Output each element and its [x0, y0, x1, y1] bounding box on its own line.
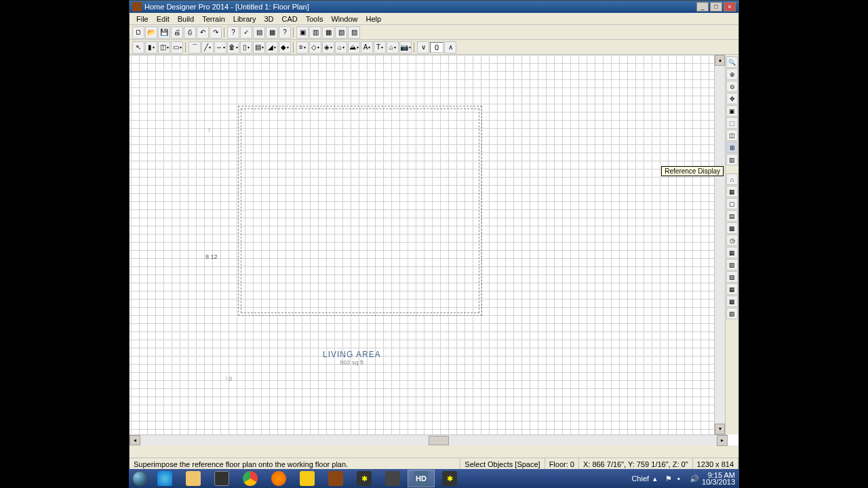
story-button[interactable]: ▦	[726, 186, 738, 197]
crop-button[interactable]: ◫	[726, 129, 738, 141]
save-button[interactable]: 💾	[158, 26, 170, 39]
hscroll-thumb[interactable]	[429, 436, 449, 445]
print-preview-button[interactable]: ⎙	[184, 26, 196, 39]
trash-tool[interactable]: 🗑	[227, 41, 239, 54]
start-button[interactable]	[129, 469, 151, 488]
select-region-button[interactable]: ⬚	[726, 117, 738, 129]
close-button[interactable]: ×	[724, 2, 736, 12]
taskbar-app5[interactable]: ✱	[436, 470, 463, 487]
plan-check-button[interactable]: ✓	[240, 26, 252, 39]
layer-button[interactable]: ▥	[726, 154, 738, 165]
tray-network-icon[interactable]: ▪	[677, 474, 686, 483]
material-tool[interactable]: ◈	[322, 41, 334, 54]
view4-button[interactable]: ▧	[335, 26, 347, 39]
pan-tool[interactable]: ✥	[726, 93, 738, 104]
reference-display-button[interactable]: ⊞	[726, 142, 738, 153]
floor-number[interactable]: 0	[430, 42, 443, 53]
room-outline[interactable]: 8 12 ↕ ↓ 0	[231, 99, 489, 323]
door-tool[interactable]: ▯	[240, 41, 252, 54]
scroll-right-button[interactable]: ▸	[717, 435, 728, 446]
house-tool[interactable]: ⌂	[335, 41, 347, 54]
tray-up-icon[interactable]: ▴	[653, 474, 661, 483]
line-tool[interactable]: ╱	[201, 41, 214, 54]
help-button[interactable]: ?	[279, 26, 291, 39]
scroll-down-button[interactable]: ▾	[715, 424, 725, 434]
tray-flag-icon[interactable]: ⚑	[665, 474, 673, 483]
zoom-tool[interactable]: 🔍	[726, 56, 738, 68]
taskbar-homedesigner[interactable]: HD	[408, 470, 435, 487]
arc-tool[interactable]: ⌒	[189, 41, 201, 54]
layer-tool[interactable]: ≡	[296, 41, 309, 54]
camera-tool[interactable]: 📷	[399, 41, 412, 54]
terrain-tool[interactable]: ⛰	[348, 41, 360, 54]
list-button[interactable]: ▤	[253, 26, 265, 39]
hatch4-button[interactable]: ▨	[726, 308, 738, 319]
menu-terrain[interactable]: Terrain	[198, 14, 229, 24]
view1-button[interactable]: ▣	[296, 26, 309, 39]
menu-build[interactable]: Build	[174, 14, 198, 24]
dim-tool[interactable]: ↔	[214, 41, 226, 54]
taskbar-media[interactable]	[208, 470, 235, 487]
zoom-out-button[interactable]: ⊖	[726, 81, 738, 92]
scroll-up-button[interactable]: ▴	[715, 55, 725, 66]
zoom-in-button[interactable]: ⊕	[726, 68, 738, 80]
scroll-left-button[interactable]: ◂	[130, 435, 140, 445]
undo-button[interactable]: ↶	[197, 26, 209, 39]
up-floor-button[interactable]: ∧	[444, 41, 456, 54]
taskbar-explorer[interactable]	[180, 470, 207, 487]
redo-button[interactable]: ↷	[210, 26, 222, 39]
print-button[interactable]: 🖨	[171, 26, 183, 39]
roof2-tool[interactable]: ⌂	[387, 41, 399, 54]
new-button[interactable]: 🗋	[132, 26, 144, 39]
taskbar-firefox[interactable]	[265, 470, 292, 487]
maximize-button[interactable]: □	[710, 2, 722, 12]
tray-volume-icon[interactable]: 🔊	[690, 474, 698, 483]
menu-help[interactable]: Help	[362, 14, 386, 24]
menu-cad[interactable]: CAD	[277, 14, 301, 24]
menu-library[interactable]: Library	[229, 14, 260, 24]
hatch3-button[interactable]: ▩	[726, 296, 738, 307]
view5-button[interactable]: ▨	[348, 26, 360, 39]
plane-tool[interactable]: ◇	[309, 41, 321, 54]
room-label[interactable]: LIVING AREA 802 sq ft	[323, 350, 381, 366]
text2-tool[interactable]: T	[374, 41, 386, 54]
paint-tool[interactable]: ◆	[279, 41, 291, 54]
home-button[interactable]: ⌂	[726, 174, 738, 185]
roof-tool[interactable]: ◢	[266, 41, 278, 54]
down-floor-button[interactable]: ∨	[417, 41, 429, 54]
view2-button[interactable]: ▥	[309, 26, 321, 39]
tray-clock[interactable]: 9:15 AM 10/3/2013	[702, 472, 735, 485]
clock-button[interactable]: ◷	[726, 235, 738, 246]
sheet-button[interactable]: ▤	[726, 210, 738, 222]
menu-edit[interactable]: Edit	[153, 14, 174, 24]
taskbar-app4[interactable]	[379, 470, 406, 487]
wall-tool[interactable]: ▮	[145, 41, 157, 54]
help-mode-button[interactable]: ?	[227, 26, 239, 39]
view3-button[interactable]: ▦	[322, 26, 334, 39]
window-tool[interactable]: ▭	[171, 41, 183, 54]
taskbar-app2[interactable]	[322, 470, 349, 487]
open-button[interactable]: 📂	[145, 26, 157, 39]
page-button[interactable]: ▢	[726, 198, 738, 209]
hatch2-button[interactable]: ▧	[726, 271, 738, 283]
taskbar-app3[interactable]: ✱	[351, 470, 378, 487]
menu-window[interactable]: Window	[327, 14, 361, 24]
taskbar-ie[interactable]	[151, 470, 178, 487]
taskbar-chrome[interactable]	[237, 470, 264, 487]
menu-3d[interactable]: 3D	[260, 14, 277, 24]
grid-button[interactable]: ▦	[726, 247, 738, 258]
fill-window-button[interactable]: ▣	[726, 105, 738, 117]
canvas[interactable]: 8 12 ↕ ↓ 0 LIVING AREA 802 sq ft	[130, 55, 714, 434]
menu-tools[interactable]: Tools	[302, 14, 328, 24]
taskbar-app1[interactable]	[294, 470, 321, 487]
minimize-button[interactable]: _	[696, 2, 709, 12]
calc-button[interactable]: ▦	[266, 26, 278, 39]
text-tool[interactable]: A	[361, 41, 373, 54]
grid2-button[interactable]: ▦	[726, 283, 738, 295]
select-tool[interactable]: ↖	[132, 41, 144, 54]
stair-tool[interactable]: ▤	[253, 41, 265, 54]
cabinet-tool[interactable]: ◫	[158, 41, 170, 54]
hatch1-button[interactable]: ▨	[726, 259, 738, 270]
menu-file[interactable]: File	[132, 14, 153, 24]
pattern1-button[interactable]: ▩	[726, 222, 738, 234]
